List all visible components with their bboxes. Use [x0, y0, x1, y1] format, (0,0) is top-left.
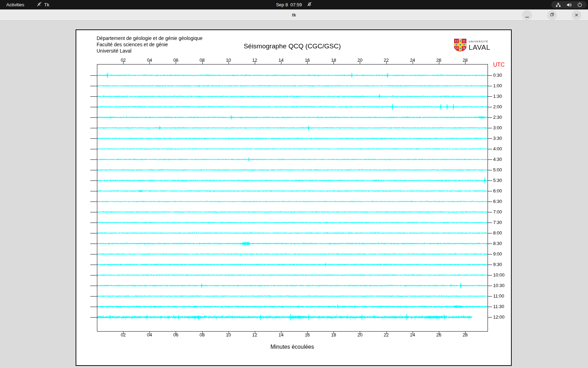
- utc-row-label: 10:30: [493, 283, 505, 288]
- logo-laval-text: LAVAL: [469, 43, 490, 52]
- x-tick-label-bottom: 12: [252, 332, 257, 338]
- app-menu-tk[interactable]: Tk: [37, 2, 49, 8]
- activities-button[interactable]: Activities: [0, 0, 30, 9]
- laval-crest-icon: [454, 39, 467, 53]
- utc-row-label: 11:00: [493, 293, 504, 299]
- x-tick-label-top: 06: [173, 57, 178, 63]
- x-tick-label-top: 08: [200, 57, 204, 63]
- minimize-icon: [525, 13, 529, 19]
- utc-row-label: 1:00: [493, 83, 502, 88]
- utc-row-label: 4:30: [493, 157, 502, 162]
- x-tick-label-bottom: 24: [410, 332, 415, 338]
- utc-row-label: 8:00: [493, 230, 502, 236]
- minimize-button[interactable]: [522, 10, 532, 20]
- gnome-top-bar: Activities Tk Sep 8: [0, 0, 588, 9]
- utc-row-label: 12:00: [493, 314, 505, 320]
- x-tick-label-bottom: 14: [279, 332, 284, 338]
- utc-row-label: 2:00: [493, 104, 502, 109]
- x-tick-label-top: 24: [410, 57, 415, 63]
- institution-line: Département de géologie et de génie géol…: [97, 35, 203, 41]
- restore-icon: [550, 12, 554, 18]
- x-tick-label-top: 04: [147, 57, 152, 63]
- utc-row-label: 0:30: [493, 73, 502, 78]
- utc-row-label: 3:30: [493, 136, 502, 141]
- seismograph-canvas: [76, 29, 512, 366]
- x-tick-label-bottom: 28: [463, 332, 468, 338]
- x-tick-label-top: 02: [121, 57, 126, 63]
- volume-icon: [566, 2, 572, 8]
- x-tick-label-top: 28: [463, 57, 468, 63]
- x-tick-label-top: 14: [279, 57, 284, 63]
- tk-feather-icon: [37, 2, 42, 8]
- window-title: tk: [0, 9, 588, 20]
- close-icon: ✕: [574, 12, 579, 18]
- clock-menu[interactable]: Sep 8 07:59: [276, 0, 312, 9]
- bell-slash-icon: [307, 1, 312, 8]
- logo-universite-text: UNIVERSITÉ: [469, 40, 490, 43]
- x-tick-label-bottom: 16: [305, 332, 310, 338]
- x-tick-label-bottom: 06: [173, 332, 178, 338]
- x-tick-label-top: 18: [331, 57, 336, 63]
- utc-row-label: 6:30: [493, 199, 502, 204]
- x-tick-label-top: 12: [252, 57, 257, 63]
- x-tick-label-bottom: 18: [331, 332, 336, 338]
- maximize-button[interactable]: [547, 10, 557, 20]
- desktop: Activities Tk Sep 8: [0, 0, 588, 368]
- utc-row-label: 5:00: [493, 167, 502, 172]
- power-icon: [577, 2, 582, 7]
- x-axis-title: Minutes écoulées: [97, 344, 488, 350]
- utc-row-label: 8:30: [493, 241, 502, 246]
- x-tick-label-bottom: 10: [226, 332, 231, 338]
- x-tick-label-top: 10: [226, 57, 231, 63]
- utc-row-label: 6:00: [493, 188, 502, 193]
- utc-row-label: 3:00: [493, 125, 502, 130]
- utc-row-label: 7:30: [493, 220, 502, 225]
- x-tick-label-top: 22: [384, 57, 388, 63]
- system-status-menu[interactable]: [551, 1, 587, 8]
- x-tick-label-top: 26: [436, 57, 441, 63]
- app-menu-label: Tk: [44, 2, 49, 7]
- utc-row-label: 10:00: [493, 272, 505, 278]
- utc-row-label: 9:30: [493, 262, 502, 267]
- utc-row-label: 5:30: [493, 178, 502, 183]
- utc-row-label: 4:00: [493, 146, 502, 151]
- network-icon: [555, 2, 561, 8]
- x-tick-label-bottom: 04: [147, 332, 152, 338]
- utc-row-label: 2:30: [493, 115, 502, 120]
- x-tick-label-bottom: 02: [121, 332, 126, 338]
- x-tick-label-bottom: 20: [357, 332, 362, 338]
- x-tick-label-bottom: 26: [436, 332, 441, 338]
- plot-title: Séismographe QCQ (CGC/GSC): [97, 42, 488, 50]
- close-button[interactable]: ✕: [572, 10, 581, 20]
- utc-row-label: 9:00: [493, 251, 502, 257]
- universite-laval-logo: UNIVERSITÉ LAVAL: [454, 39, 490, 53]
- utc-row-label: 7:00: [493, 209, 502, 214]
- clock-label: Sep 8 07:59: [276, 2, 302, 7]
- utc-row-label: 1:30: [493, 94, 502, 99]
- utc-row-label: 11:30: [493, 304, 504, 309]
- utc-label: UTC: [493, 62, 505, 68]
- x-tick-label-bottom: 22: [384, 332, 388, 338]
- window-titlebar[interactable]: tk: [0, 9, 588, 21]
- x-tick-label-bottom: 08: [200, 332, 204, 338]
- x-tick-label-top: 20: [357, 57, 362, 63]
- x-tick-label-top: 16: [305, 57, 310, 63]
